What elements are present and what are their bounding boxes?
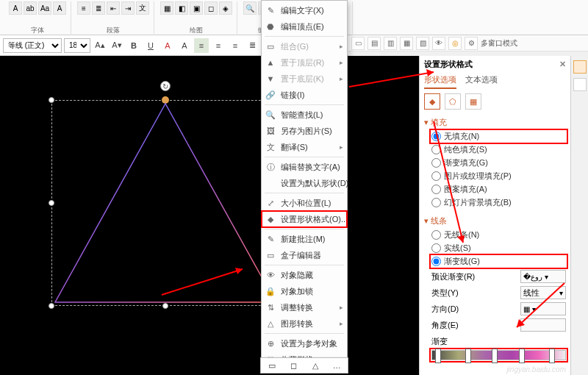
cm-icon: ✎ — [265, 5, 276, 15]
tab-text-options[interactable]: 文本选项 — [465, 74, 498, 89]
arrange-btn[interactable]: ▦ — [160, 1, 173, 15]
align-left-btn[interactable]: ≡ — [194, 38, 209, 53]
wbtn-5[interactable]: ▧ — [416, 37, 429, 50]
font-case-btn[interactable]: Aa — [38, 1, 51, 15]
indent-inc-btn[interactable]: ⇥ — [121, 1, 135, 15]
wbtn-eye[interactable]: 👁 — [432, 37, 445, 50]
gradient-angle-input[interactable] — [520, 318, 566, 332]
align-right-btn[interactable]: ≡ — [228, 38, 243, 53]
highlight-btn[interactable]: ab — [24, 1, 37, 15]
ribbon-group-paragraph-label: 段落 — [107, 26, 120, 35]
cm-item[interactable]: ✎新建批注(M) — [262, 231, 347, 247]
indent-dec-btn[interactable]: ⇤ — [107, 1, 120, 15]
shape-outline-btn[interactable]: ◻ — [204, 1, 218, 15]
gradient-angle-label: 角度(E) — [431, 320, 459, 331]
cm-item[interactable]: 🔒对象加锁 — [262, 283, 347, 299]
cm-item[interactable]: 🔗链接(I) — [262, 87, 347, 103]
cm-item[interactable]: ▭盒子编辑器 — [262, 247, 347, 263]
cm-item[interactable]: ◆设置形状格式(O)... — [262, 211, 347, 227]
shrink-font-btn[interactable]: A▾ — [110, 38, 124, 53]
cm-item[interactable]: 👁对象隐藏 — [262, 267, 347, 283]
cm-label: 设置为默认形状(D) — [281, 178, 348, 189]
rotation-handle[interactable]: ↻ — [160, 81, 171, 91]
font-size-select[interactable]: 18 — [64, 38, 90, 53]
section-line-head[interactable]: ▾ 线条 — [424, 215, 566, 226]
cm-item[interactable]: ⓘ编辑替换文字(A) — [262, 159, 347, 175]
multi-window-label[interactable]: 多窗口模式 — [481, 38, 517, 49]
cm-label: 盒子编辑器 — [281, 250, 321, 261]
numbering-btn[interactable]: ≣ — [92, 1, 105, 15]
gradient-direction-picker[interactable]: ▦ ▾ — [520, 302, 566, 315]
mini-fill-btn[interactable]: ▭ — [265, 358, 279, 373]
wbtn-1[interactable]: ▭ — [351, 37, 365, 50]
bold-btn[interactable]: B — [126, 38, 141, 53]
line-solid-radio[interactable]: 实线(S) — [431, 243, 566, 254]
gradient-stops-bar[interactable] — [431, 350, 566, 360]
find-btn[interactable]: 🔍 — [243, 1, 257, 15]
underline-btn[interactable]: U — [143, 38, 158, 53]
cm-label: 智能查找(L) — [281, 110, 323, 121]
quickstyle-btn[interactable]: ◧ — [175, 1, 188, 15]
fill-pattern-radio[interactable]: 图案填充(A) — [431, 184, 566, 195]
cm-label: 设置形状格式(O)... — [281, 214, 348, 225]
cm-item[interactable]: ✎编辑文字(X) — [262, 2, 347, 18]
section-fill-head[interactable]: ▾ 填充 — [424, 117, 566, 128]
wbtn-2[interactable]: ▤ — [368, 37, 381, 50]
dock-tool-2[interactable] — [573, 78, 587, 91]
mini-style-btn[interactable]: △ — [308, 358, 323, 373]
grad-stop-5[interactable] — [549, 349, 555, 363]
wbtn-target[interactable]: ◎ — [448, 37, 462, 50]
ribbon-group-paragraph: ≡ ≣ ⇤ ⇥ 文 段落 — [73, 1, 154, 35]
cm-label: 大小和位置(L) — [281, 198, 331, 209]
grad-stop-4[interactable] — [519, 349, 525, 363]
preset-gradient-picker[interactable]: �روع ▾ — [520, 270, 566, 283]
shape-effect-btn[interactable]: ◈ — [219, 1, 232, 15]
font-color-btn[interactable]: A — [9, 1, 22, 15]
cm-item[interactable]: ⬣编辑顶点(E) — [262, 18, 347, 35]
grad-stop-1[interactable] — [435, 349, 441, 363]
highlight-btn2[interactable]: A — [177, 38, 192, 53]
cm-item[interactable]: △图形转换▸ — [262, 315, 347, 332]
grad-stop-2[interactable] — [465, 349, 471, 363]
effects-tab-icon[interactable]: ⬠ — [445, 93, 461, 110]
cm-item[interactable]: 设置为默认形状(D) — [262, 175, 347, 191]
cm-item[interactable]: ⤢大小和位置(L) — [262, 195, 347, 211]
clear-format-btn[interactable]: A — [53, 1, 66, 15]
font-color-btn2[interactable]: A — [160, 38, 175, 53]
fill-line-tab-icon[interactable]: ◆ — [424, 93, 440, 110]
submenu-arrow-icon: ▸ — [340, 143, 343, 151]
wbtn-3[interactable]: ▥ — [384, 37, 397, 50]
mini-outline-btn[interactable]: ◻ — [286, 358, 301, 373]
dock-tool-format[interactable] — [573, 60, 587, 74]
wbtn-4[interactable]: ▦ — [400, 37, 413, 50]
line-none-radio[interactable]: 无线条(N) — [431, 229, 566, 240]
cm-item[interactable]: ⊕设置为参考对象 — [262, 335, 347, 351]
line-gradient-radio[interactable]: 渐变线(G) — [431, 256, 566, 267]
shape-fill-btn[interactable]: ▣ — [190, 1, 203, 15]
wbtn-gear[interactable]: ⚙ — [465, 37, 478, 50]
mini-more-btn[interactable]: … — [329, 358, 344, 373]
fill-solid-radio[interactable]: 纯色填充(S) — [431, 144, 566, 155]
grad-stop-3[interactable] — [492, 349, 498, 363]
gradient-type-select[interactable]: 线性 ▾ — [520, 286, 566, 299]
tab-shape-options[interactable]: 形状选项 — [424, 74, 456, 89]
font-family-select[interactable]: 等线 (正文) — [3, 38, 62, 53]
cm-item[interactable]: 🔍智能查找(L) — [262, 107, 347, 123]
size-tab-icon[interactable]: ▦ — [465, 93, 481, 110]
cm-item[interactable]: ⇅调整转换▸ — [262, 299, 347, 315]
slide-canvas[interactable]: ↻ — [0, 56, 419, 375]
fill-gradient-radio[interactable]: 渐变填充(G) — [431, 157, 566, 168]
fill-options: 无填充(N) 纯色填充(S) 渐变填充(G) 图片或纹理填充(P) 图案填充(A… — [431, 131, 566, 208]
cm-item[interactable]: 🖼另存为图片(S) — [262, 123, 347, 139]
align-center-btn[interactable]: ≡ — [211, 38, 226, 53]
align-justify-btn[interactable]: ≣ — [245, 38, 259, 53]
fill-slidebg-radio[interactable]: 幻灯片背景填充(B) — [431, 197, 566, 208]
bullets-btn[interactable]: ≡ — [77, 1, 90, 15]
close-pane-btn[interactable]: ✕ — [559, 60, 566, 69]
fill-picture-radio[interactable]: 图片或纹理填充(P) — [431, 171, 566, 182]
submenu-arrow-icon: ▸ — [340, 75, 343, 82]
grow-font-btn[interactable]: A▴ — [93, 38, 107, 53]
cm-item[interactable]: 文翻译(S)▸ — [262, 139, 347, 155]
text-dir-btn[interactable]: 文 — [136, 1, 149, 15]
fill-none-radio[interactable]: 无填充(N) — [431, 131, 566, 142]
